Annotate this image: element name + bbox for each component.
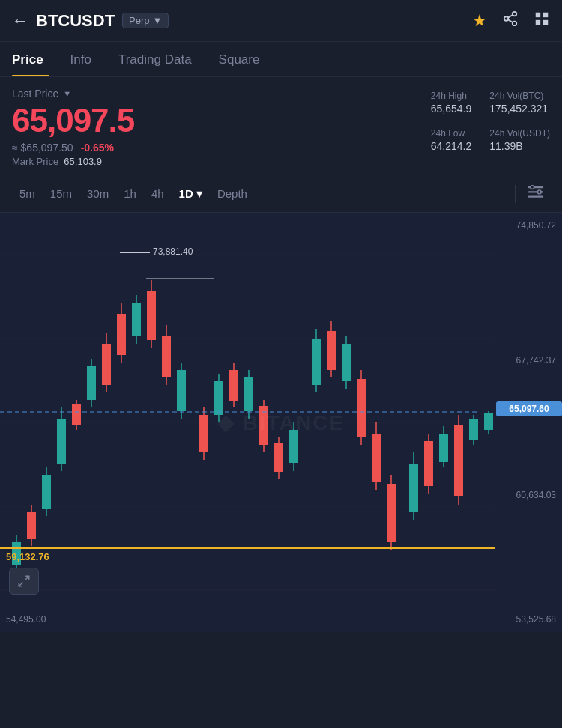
price-usd-row: ≈ $65,097.50 -0.65% <box>12 142 431 154</box>
svg-rect-75 <box>439 434 448 462</box>
svg-rect-5 <box>536 13 540 17</box>
svg-rect-51 <box>244 377 253 411</box>
header-right: ★ <box>472 10 550 31</box>
svg-rect-71 <box>409 464 418 512</box>
pair-title: BTCUSDT <box>36 11 115 31</box>
svg-rect-23 <box>27 512 36 539</box>
svg-rect-55 <box>274 443 283 472</box>
favorite-icon[interactable]: ★ <box>472 11 487 31</box>
svg-rect-7 <box>536 20 540 25</box>
svg-line-3 <box>508 19 513 22</box>
svg-point-2 <box>513 22 517 25</box>
tab-info[interactable]: Info <box>57 42 105 76</box>
svg-rect-61 <box>327 331 336 370</box>
svg-rect-37 <box>132 303 141 336</box>
mark-price-value: 65,103.9 <box>64 156 102 167</box>
svg-rect-79 <box>469 419 478 440</box>
svg-rect-11 <box>528 196 543 198</box>
price-usd: ≈ $65,097.50 <box>12 142 73 154</box>
time-5m[interactable]: 5m <box>12 183 43 204</box>
time-15m[interactable]: 15m <box>43 183 79 204</box>
tab-trading-data[interactable]: Trading Data <box>105 42 205 76</box>
price-change: -0.65% <box>81 142 114 154</box>
svg-rect-43 <box>177 370 186 411</box>
scale-level-2: 67,742.37 <box>501 355 556 365</box>
current-price-tag: 65,097.60 <box>496 401 562 416</box>
support-price-label: 59,132.76 <box>6 551 49 562</box>
stat-vol-usdt: 24h Vol(USDT) 11.39B <box>489 128 550 152</box>
svg-rect-33 <box>102 344 111 385</box>
tab-square[interactable]: Square <box>205 42 274 76</box>
svg-rect-63 <box>342 344 351 381</box>
bottom-price-right: 53,525.68 <box>516 614 556 625</box>
time-30m[interactable]: 30m <box>79 183 116 204</box>
svg-rect-41 <box>162 336 171 377</box>
svg-rect-39 <box>147 291 156 340</box>
back-button[interactable]: ← <box>12 11 28 31</box>
svg-line-86 <box>19 583 22 586</box>
svg-rect-27 <box>57 419 66 464</box>
svg-line-4 <box>508 15 513 18</box>
tab-price[interactable]: Price <box>12 42 57 76</box>
chart-settings-button[interactable] <box>522 181 550 206</box>
svg-point-12 <box>531 186 534 189</box>
price-scale: 74,850.72 67,742.37 60,634.03 <box>495 213 562 632</box>
last-price-label: Last Price ▼ <box>12 88 431 100</box>
chart-toolbar: 5m 15m 30m 1h 4h 1D ▾ Depth <box>0 175 562 213</box>
stat-vol-btc: 24h Vol(BTC) 175,452.321 <box>489 91 550 115</box>
svg-rect-6 <box>543 13 548 17</box>
header-left: ← BTCUSDT Perp ▼ <box>12 11 472 31</box>
stat-high: 24h High 65,654.9 <box>431 91 472 115</box>
svg-rect-57 <box>289 430 298 463</box>
expand-chart-button[interactable] <box>9 568 39 595</box>
svg-rect-73 <box>424 441 433 486</box>
svg-rect-8 <box>543 20 548 25</box>
scale-level-1: 74,850.72 <box>501 220 556 231</box>
share-icon[interactable] <box>502 10 519 31</box>
stats-col-right: 24h Vol(BTC) 175,452.321 24h Vol(USDT) 1… <box>489 91 550 152</box>
svg-rect-31 <box>87 366 96 400</box>
svg-rect-81 <box>484 413 493 430</box>
svg-point-13 <box>537 190 541 194</box>
price-dropdown-arrow[interactable]: ▼ <box>63 89 71 98</box>
time-1h[interactable]: 1h <box>116 183 144 204</box>
svg-point-0 <box>513 12 517 16</box>
svg-rect-69 <box>387 484 396 542</box>
price-left: Last Price ▼ 65,097.5 ≈ $65,097.50 -0.65… <box>12 88 431 167</box>
svg-rect-29 <box>72 404 81 425</box>
svg-line-85 <box>25 577 29 580</box>
svg-rect-77 <box>454 425 463 496</box>
time-4h[interactable]: 4h <box>144 183 172 204</box>
chart-area: .wick { stroke-width: 1.5; } .body { rx:… <box>0 213 562 632</box>
perp-badge[interactable]: Perp ▼ <box>122 13 169 28</box>
time-1d[interactable]: 1D ▾ <box>172 183 210 205</box>
svg-rect-25 <box>42 475 51 509</box>
mark-price-row: Mark Price 65,103.9 <box>12 156 431 167</box>
chart-watermark: ◆ BITANCE <box>217 410 345 435</box>
tab-bar: Price Info Trading Data Square <box>0 42 562 77</box>
price-section: Last Price ▼ 65,097.5 ≈ $65,097.50 -0.65… <box>0 77 562 175</box>
scale-level-3: 60,634.03 <box>501 490 556 500</box>
svg-rect-65 <box>357 379 366 437</box>
price-stats: 24h High 65,654.9 24h Low 64,214.2 24h V… <box>431 88 550 152</box>
svg-rect-49 <box>229 370 238 401</box>
stats-col-left: 24h High 65,654.9 24h Low 64,214.2 <box>431 91 472 152</box>
bottom-price-left: 54,495.00 <box>6 614 46 625</box>
grid-icon[interactable] <box>534 10 550 31</box>
stat-low: 24h Low 64,214.2 <box>431 128 472 152</box>
svg-rect-67 <box>372 434 381 482</box>
svg-point-1 <box>504 16 509 21</box>
svg-rect-59 <box>312 339 321 385</box>
toolbar-divider <box>515 185 516 203</box>
svg-rect-45 <box>199 415 208 452</box>
max-price-label: 73,881.40 <box>120 246 193 257</box>
header: ← BTCUSDT Perp ▼ ★ <box>0 0 562 42</box>
main-price: 65,097.5 <box>12 103 431 139</box>
svg-rect-35 <box>117 314 126 355</box>
depth-button[interactable]: Depth <box>210 183 255 204</box>
